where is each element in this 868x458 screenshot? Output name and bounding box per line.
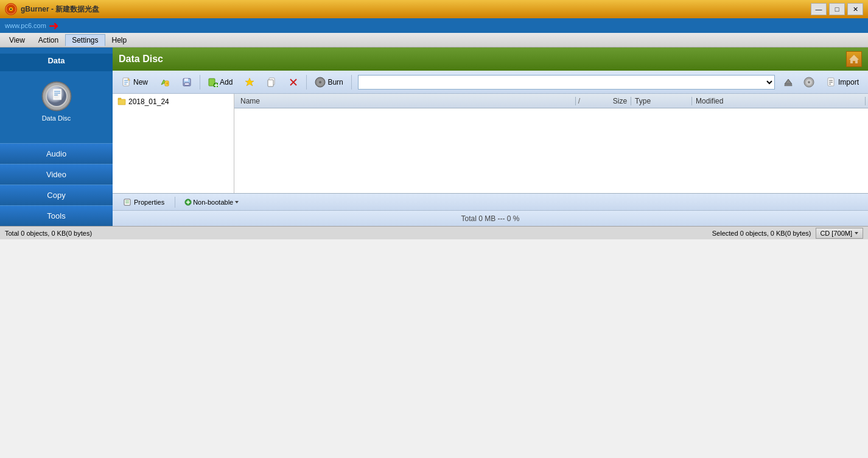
disc-header: Data Disc xyxy=(113,48,868,71)
minimize-button[interactable]: — xyxy=(811,3,827,15)
app-icon xyxy=(5,3,17,15)
disc-header-title: Data Disc xyxy=(119,54,163,65)
svg-rect-24 xyxy=(184,79,188,81)
col-type-header[interactable]: Type xyxy=(631,97,692,105)
refresh-icon xyxy=(245,77,254,87)
file-list-body xyxy=(234,108,868,193)
title-bar-controls: — □ ✕ xyxy=(811,3,863,15)
svg-marker-30 xyxy=(245,78,254,86)
properties-label: Properties xyxy=(134,199,164,206)
content-area: Data Disc New xyxy=(113,48,868,226)
menu-bar: View Action Settings Help xyxy=(0,33,868,48)
bottom-toolbar: Properties Non-bootable xyxy=(113,193,868,210)
sidebar-data-label: Data xyxy=(0,54,113,71)
boot-icon xyxy=(184,199,192,206)
burn-icon xyxy=(315,77,326,88)
sidebar-audio-button[interactable]: Audio xyxy=(0,143,113,164)
svg-rect-9 xyxy=(53,89,61,100)
new-label: New xyxy=(133,78,148,86)
svg-point-2 xyxy=(10,9,12,10)
toolbar-sep-3 xyxy=(351,75,352,90)
folder-icon xyxy=(117,97,126,106)
app-body: Data xyxy=(0,48,868,226)
svg-rect-50 xyxy=(124,199,130,205)
status-left: Total 0 objects, 0 KB(0 bytes) xyxy=(5,230,92,237)
svg-rect-39 xyxy=(785,85,792,86)
menu-item-action[interactable]: Action xyxy=(32,34,65,46)
sidebar-copy-button[interactable]: Copy xyxy=(0,185,113,205)
title-bar: gBurner - 新建数据光盘 — □ ✕ xyxy=(0,0,868,18)
svg-rect-49 xyxy=(118,99,125,105)
data-disc-icon-container[interactable]: Data Disc xyxy=(41,71,72,131)
toolbar-sep-1 xyxy=(200,75,200,90)
total-status: Total 0 MB --- 0 % xyxy=(461,214,519,223)
sidebar-tools-button[interactable]: Tools xyxy=(0,205,113,226)
sidebar-video-button[interactable]: Video xyxy=(0,164,113,185)
svg-rect-32 xyxy=(268,80,273,86)
svg-marker-56 xyxy=(235,201,239,203)
col-modified-header[interactable]: Modified xyxy=(692,97,866,105)
properties-icon xyxy=(123,198,131,206)
sidebar-data-section: Data xyxy=(0,48,113,143)
watermark-url: www.pc6.com xyxy=(5,22,46,29)
sidebar-bottom: Audio Video Copy Tools xyxy=(0,143,113,226)
progress-bar: Total 0 MB --- 0 % xyxy=(113,210,868,226)
sidebar: Data xyxy=(0,48,113,226)
burn-button[interactable]: Burn xyxy=(309,73,348,91)
svg-marker-13 xyxy=(849,55,859,63)
copy-icon xyxy=(267,77,276,87)
status-selected: Selected 0 objects, 0 KB(0 bytes) xyxy=(712,230,811,237)
close-button[interactable]: ✕ xyxy=(847,3,863,15)
menu-item-help[interactable]: Help xyxy=(105,34,134,46)
menu-item-view[interactable]: View xyxy=(2,34,32,46)
dropdown-arrow-icon xyxy=(234,200,239,205)
home-icon xyxy=(849,54,859,65)
disc-size-dropdown-icon xyxy=(854,231,859,236)
import-label: Import xyxy=(838,78,859,86)
status-bar: Total 0 objects, 0 KB(0 bytes) Selected … xyxy=(0,226,868,239)
import-button[interactable]: Import xyxy=(821,73,864,91)
title-text: gBurner - 新建数据光盘 xyxy=(21,4,99,15)
eject-icon xyxy=(783,77,794,88)
save-icon xyxy=(182,77,192,87)
rename-button[interactable] xyxy=(155,73,175,91)
add-icon xyxy=(208,77,218,87)
svg-point-37 xyxy=(319,81,321,83)
svg-marker-38 xyxy=(785,79,792,84)
delete-icon xyxy=(289,77,298,87)
add-button[interactable]: Add xyxy=(203,73,238,91)
non-bootable-button[interactable]: Non-bootable xyxy=(180,197,243,208)
save-button[interactable] xyxy=(177,73,197,91)
col-name-header[interactable]: Name xyxy=(237,97,576,105)
svg-rect-25 xyxy=(184,83,189,85)
drive-dropdown[interactable] xyxy=(358,75,775,90)
file-list-header: Name / Size Type Modified xyxy=(234,94,868,108)
add-label: Add xyxy=(220,78,233,86)
properties-tab[interactable]: Properties xyxy=(117,196,170,208)
tree-item-label: 2018_01_24 xyxy=(128,97,169,106)
disc-size-button[interactable]: CD [700M] xyxy=(816,228,863,239)
file-list: Name / Size Type Modified xyxy=(234,94,868,193)
file-area: 2018_01_24 Name / Size Type Modified xyxy=(113,94,868,193)
disc-button[interactable] xyxy=(798,73,820,91)
toolbar: New xyxy=(113,71,868,94)
disc-icon-small xyxy=(803,77,814,88)
import-icon xyxy=(827,77,836,87)
disc-size-label: CD [700M] xyxy=(820,230,852,237)
new-icon xyxy=(122,77,131,87)
col-size-header[interactable]: Size xyxy=(583,97,631,105)
home-button[interactable] xyxy=(846,51,862,67)
maximize-button[interactable]: □ xyxy=(829,3,845,15)
burn-label: Burn xyxy=(327,78,343,86)
delete-button[interactable] xyxy=(283,73,304,91)
eject-button[interactable] xyxy=(780,74,797,91)
bottom-tab-sep xyxy=(175,197,175,208)
refresh-button[interactable] xyxy=(239,73,260,91)
new-button[interactable]: New xyxy=(116,73,153,91)
menu-item-settings[interactable]: Settings xyxy=(65,34,105,46)
rename-icon xyxy=(160,77,170,87)
svg-rect-20 xyxy=(165,81,169,86)
file-tree: 2018_01_24 xyxy=(113,94,234,193)
tree-item[interactable]: 2018_01_24 xyxy=(115,96,231,107)
copy-button[interactable] xyxy=(261,73,282,91)
